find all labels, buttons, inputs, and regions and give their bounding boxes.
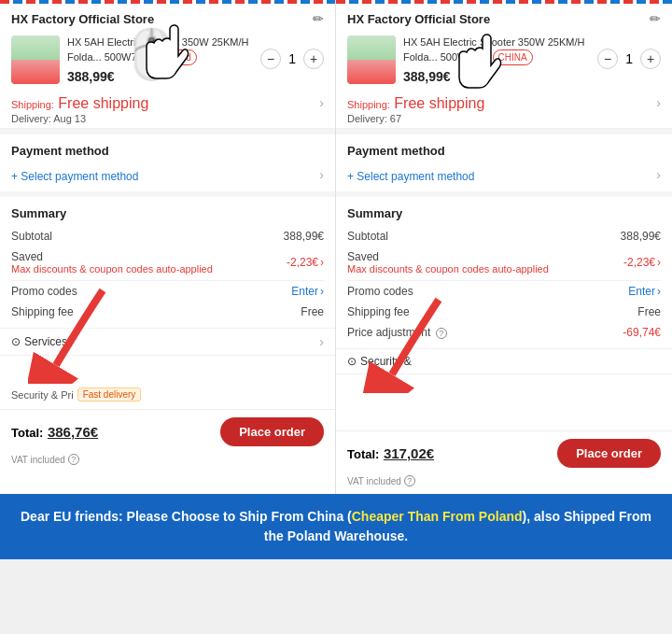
right-payment-link[interactable]: + Select payment method: [347, 170, 474, 183]
banner-text1: Dear EU friends: Please Choose to Ship F…: [21, 509, 352, 524]
right-shipping-chevron[interactable]: ›: [656, 95, 661, 110]
right-subtotal-value: 388,99€: [621, 230, 661, 243]
left-place-order-btn[interactable]: Place order: [220, 417, 324, 446]
left-payment-section: Payment method + Select payment method ›: [0, 134, 335, 197]
right-delivery-text: Delivery: 67: [347, 113, 661, 124]
left-product-price: 388,99€: [67, 69, 253, 84]
bottom-banner: Dear EU friends: Please Choose to Ship F…: [0, 494, 672, 559]
right-qty-value: 1: [625, 51, 633, 66]
right-saved-value: -2,23€ ›: [623, 256, 661, 269]
left-delivery-text: Delivery: Aug 13: [11, 113, 324, 124]
left-quantity-control: − 1 +: [260, 35, 324, 69]
right-store-name: HX Factory Official Store: [347, 12, 490, 26]
right-arrow-area: [336, 374, 672, 430]
right-vat-info-icon[interactable]: ?: [404, 475, 415, 486]
left-total-section: Total: 386,76€ Place order: [0, 409, 335, 454]
right-quantity-control: − 1 +: [597, 35, 661, 69]
right-decrease-qty[interactable]: −: [597, 49, 618, 69]
left-store-header: HX Factory Official Store ✏: [0, 4, 335, 30]
right-total-value: 317,02€: [384, 445, 434, 461]
left-subtotal-row: Subtotal 388,99€: [11, 226, 324, 247]
left-saved-sub: Max discounts & coupon codes auto-applie…: [11, 263, 213, 275]
right-saved-label: Saved: [347, 250, 549, 263]
right-shipping-label: Shipping:: [347, 99, 390, 110]
left-shield-icon: ⊙: [11, 335, 21, 348]
right-product-image: [347, 35, 396, 84]
left-saved-label: Saved: [11, 250, 213, 263]
left-increase-qty[interactable]: +: [303, 49, 324, 69]
right-payment-section: Payment method + Select payment method ›: [336, 134, 672, 197]
banner-yellow-text: Cheaper Than From Poland: [352, 509, 523, 524]
left-vat-info-icon[interactable]: ?: [68, 454, 79, 465]
right-subtotal-label: Subtotal: [347, 230, 388, 243]
left-summary-title: Summary: [11, 203, 324, 226]
left-services-sub: Security & Pri Fast delivery: [0, 384, 335, 409]
left-payment-title: Payment method: [0, 134, 335, 163]
left-edit-icon[interactable]: ✏: [313, 11, 324, 26]
left-product-title: HX 5AH Electric Scooter 350W 25KM/H Fold…: [67, 35, 253, 65]
left-shipping-text: Shipping: Free shipping ›: [11, 95, 324, 112]
right-vat-text: VAT included ?: [336, 475, 672, 494]
left-saved-value: -2,23€ ›: [287, 256, 324, 269]
left-red-arrow: [28, 281, 149, 384]
left-store-name: HX Factory Official Store: [11, 12, 154, 26]
right-increase-qty[interactable]: +: [640, 49, 661, 69]
right-saved-sub: Max discounts & coupon codes auto-applie…: [347, 263, 549, 275]
left-decrease-qty[interactable]: −: [260, 49, 281, 69]
left-panel: HX Factory Official Store ✏ HX 5AH Elect…: [0, 0, 336, 494]
left-shipping-value: Free shipping: [58, 95, 148, 111]
left-security-label: Security & Pri: [11, 389, 74, 401]
right-product-info: HX 5AH Electric Scooter 350W 25KM/H Fold…: [403, 35, 590, 84]
right-place-order-btn[interactable]: Place order: [557, 439, 661, 468]
right-total-label: Total:: [347, 447, 379, 461]
right-product-row: HX 5AH Electric Scooter 350W 25KM/H Fold…: [336, 30, 672, 90]
left-total-value: 386,76€: [48, 424, 98, 440]
right-payment-content: + Select payment method ›: [336, 163, 672, 197]
left-qty-value: 1: [288, 51, 296, 66]
right-total-section: Total: 317,02€ Place order: [336, 430, 672, 475]
left-shipping-fee-value: Free: [301, 305, 324, 318]
right-shipping-fee-value: Free: [637, 305, 661, 318]
left-shipping-chevron[interactable]: ›: [319, 95, 324, 110]
left-saved-row: Saved Max discounts & coupon codes auto-…: [11, 247, 324, 281]
right-location-badge: CHINA: [493, 49, 533, 65]
left-payment-link[interactable]: + Select payment method: [11, 170, 138, 183]
left-fast-delivery: Fast delivery: [77, 387, 142, 402]
right-summary-title: Summary: [347, 203, 661, 226]
right-total-left: Total: 317,02€: [347, 445, 434, 462]
left-total-left: Total: 386,76€: [11, 424, 98, 441]
left-payment-chevron[interactable]: ›: [319, 167, 324, 182]
left-subtotal-label: Subtotal: [11, 230, 52, 243]
left-vat-text: VAT included ?: [0, 454, 335, 472]
left-product-info: HX 5AH Electric Scooter 350W 25KM/H Fold…: [67, 35, 253, 84]
right-saved-row: Saved Max discounts & coupon codes auto-…: [347, 247, 661, 281]
right-red-arrow: [355, 290, 476, 393]
right-shipping-value: Free shipping: [394, 95, 484, 111]
right-shipping-text: Shipping: Free shipping ›: [347, 95, 661, 112]
left-promo-value[interactable]: Enter ›: [291, 285, 324, 298]
right-edit-icon[interactable]: ✏: [650, 11, 661, 26]
left-location-badge: Poland: [157, 49, 197, 65]
left-services-chevron[interactable]: ›: [319, 334, 324, 349]
right-payment-title: Payment method: [336, 134, 672, 163]
left-subtotal-value: 388,99€: [284, 230, 324, 243]
right-payment-chevron[interactable]: ›: [656, 167, 661, 182]
left-product-row: HX 5AH Electric Scooter 350W 25KM/H Fold…: [0, 30, 335, 90]
left-total-label: Total:: [11, 426, 43, 440]
right-panel: HX Factory Official Store ✏ HX 5AH Elect…: [336, 0, 672, 494]
right-price-adj-value: -69,74€: [623, 326, 661, 339]
right-shipping-section: Shipping: Free shipping › Delivery: 67: [336, 90, 672, 129]
left-product-image: [11, 35, 60, 84]
right-product-price: 388,99€: [403, 69, 590, 84]
right-promo-value[interactable]: Enter ›: [628, 285, 661, 298]
left-payment-content: + Select payment method ›: [0, 163, 335, 197]
right-store-header: HX Factory Official Store ✏: [336, 4, 672, 30]
right-product-title: HX 5AH Electric Scooter 350W 25KM/H Fold…: [403, 35, 590, 65]
right-subtotal-row: Subtotal 388,99€: [347, 226, 661, 247]
left-shipping-label: Shipping:: [11, 99, 54, 110]
left-arrow-area: [0, 356, 335, 384]
left-shipping-section: Shipping: Free shipping › Delivery: Aug …: [0, 90, 335, 129]
